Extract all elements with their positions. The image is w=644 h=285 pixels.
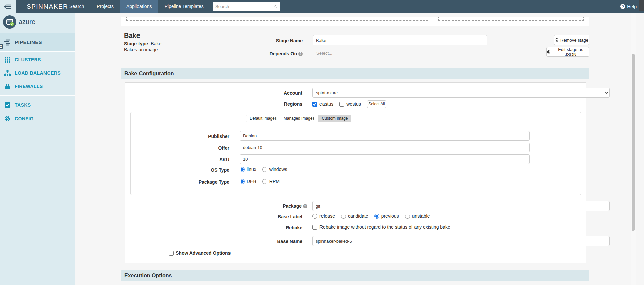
show-advanced-label[interactable]: Show Advanced Options — [176, 250, 231, 256]
nav-item-applications[interactable]: Applications — [120, 0, 158, 13]
os-radio-windows[interactable] — [262, 167, 267, 172]
os-label-linux[interactable]: linux — [247, 167, 256, 172]
sidebar-divider — [0, 95, 75, 96]
depends-on-select[interactable]: Select... — [313, 48, 474, 58]
base-label-label: Base Label — [236, 214, 302, 219]
app-sidebar: azure 2 PIPELINES CLUSTERS — [0, 13, 75, 285]
base-label-previous[interactable]: previous — [381, 213, 399, 219]
region-label-eastus[interactable]: eastus — [319, 101, 333, 107]
bake-configuration-card: Account splat-azure Regions eastus westu… — [125, 82, 586, 263]
select-all-regions-button[interactable]: Select All — [367, 100, 386, 108]
scrollbar-thumb[interactable] — [632, 54, 635, 231]
base-label-unstable[interactable]: unstable — [412, 213, 430, 219]
regions-label: Regions — [236, 101, 302, 107]
rebake-checkbox[interactable] — [312, 225, 317, 230]
package-type-radio-rpm[interactable] — [262, 179, 267, 184]
base-name-input[interactable] — [312, 236, 610, 246]
hamburger-collapse-icon — [4, 3, 12, 10]
spinnaker-logo: SPINNAKER — [27, 0, 68, 13]
package-type-radio-deb[interactable] — [240, 179, 245, 184]
sidebar-item-load-balancers[interactable]: LOAD BALANCERS — [0, 66, 75, 80]
regions-options: eastus westus Select All — [312, 100, 386, 108]
bake-configuration-header: Bake Configuration — [121, 68, 589, 79]
stage-drop-target[interactable] — [438, 17, 584, 21]
application-header[interactable]: azure — [0, 13, 75, 33]
tasks-label: TASKS — [15, 102, 31, 108]
package-input[interactable] — [312, 201, 610, 211]
show-advanced-checkbox[interactable] — [169, 251, 174, 256]
gear-icon — [547, 50, 551, 54]
base-label-radio-unstable[interactable] — [405, 214, 410, 219]
sidebar-item-firewalls[interactable]: FIREWALLS — [0, 80, 75, 93]
execution-options-header: Execution Options — [121, 270, 589, 281]
base-label-candidate[interactable]: candidate — [348, 213, 368, 219]
sidebar-item-clusters[interactable]: CLUSTERS — [0, 53, 75, 66]
stage-type-line: Stage type: Bake — [124, 41, 161, 46]
search-icon — [274, 4, 277, 9]
package-type-label-rpm[interactable]: RPM — [269, 179, 280, 184]
load-balancers-sitemap-icon — [0, 70, 15, 76]
gear-icon — [0, 116, 15, 122]
search-input[interactable] — [215, 4, 274, 9]
os-type-label: OS Type — [179, 167, 229, 173]
help-link[interactable]: ? Help — [620, 0, 637, 13]
rebake-option: Rebake image without regard to the statu… — [312, 224, 454, 230]
base-label-radio-release[interactable] — [312, 214, 317, 219]
nav-item-search[interactable]: Search — [63, 0, 90, 13]
edit-stage-json-button[interactable]: Edit stage as JSON — [546, 47, 589, 57]
nav-item-projects[interactable]: Projects — [90, 0, 120, 13]
region-checkbox-eastus[interactable] — [312, 102, 317, 107]
sku-input[interactable] — [240, 154, 530, 164]
account-label: Account — [236, 90, 302, 96]
region-checkbox-westus[interactable] — [339, 102, 344, 107]
sidebar-item-config[interactable]: CONFIG — [0, 112, 75, 125]
stage-type-label: Stage type: — [124, 41, 149, 46]
package-type-label: Package Type — [179, 179, 229, 185]
load-balancers-label: LOAD BALANCERS — [15, 70, 61, 76]
help-icon: ? — [620, 4, 625, 9]
base-label-radio-previous[interactable] — [374, 214, 379, 219]
tab-custom-image[interactable]: Custom Image — [318, 115, 351, 122]
tasks-check-icon — [0, 102, 15, 108]
sidebar-divider — [0, 51, 75, 52]
publisher-input[interactable] — [240, 131, 530, 141]
trash-icon — [555, 38, 559, 42]
depends-on-help-icon[interactable]: ? — [298, 52, 303, 56]
rebake-text[interactable]: Rebake image without regard to the statu… — [319, 224, 450, 230]
tab-default-images[interactable]: Default Images — [246, 115, 280, 122]
application-name: azure — [19, 18, 35, 26]
base-label-release[interactable]: release — [319, 213, 335, 219]
check-badge-icon — [10, 22, 14, 26]
stage-drop-target[interactable] — [126, 17, 428, 21]
scrollbar-corner — [639, 0, 644, 11]
publisher-label: Publisher — [179, 134, 229, 139]
stage-type-value: Bake — [151, 41, 161, 46]
offer-input[interactable] — [240, 143, 530, 152]
depends-on-label: Depends On? — [236, 51, 303, 56]
stage-description: Bakes an image — [124, 47, 158, 52]
help-label: Help — [627, 4, 637, 9]
image-source-tabs: Default Images Managed Images Custom Ima… — [246, 115, 351, 122]
stage-title: Bake — [124, 32, 140, 40]
package-help-icon[interactable]: ? — [303, 204, 307, 208]
sidebar-item-pipelines[interactable]: 2 PIPELINES — [0, 33, 75, 51]
account-select[interactable]: splat-azure — [312, 88, 610, 98]
offer-label: Offer — [179, 145, 229, 151]
os-radio-linux[interactable] — [240, 167, 245, 172]
nav-item-pipeline-templates[interactable]: Pipeline Templates — [158, 0, 210, 13]
remove-stage-button[interactable]: Remove stage — [554, 35, 589, 45]
navbar-menu: Search Projects Applications Pipeline Te… — [63, 0, 210, 13]
region-label-westus[interactable]: westus — [346, 101, 361, 107]
show-advanced-option: Show Advanced Options — [169, 250, 235, 256]
collapse-nav-button[interactable] — [0, 0, 16, 13]
package-type-label-deb[interactable]: DEB — [247, 179, 256, 184]
firewalls-label: FIREWALLS — [15, 84, 43, 89]
stage-name-input[interactable] — [313, 35, 487, 45]
package-label: Package? — [236, 203, 307, 209]
base-label-radio-candidate[interactable] — [341, 214, 346, 219]
os-label-windows[interactable]: windows — [269, 167, 287, 172]
tab-managed-images[interactable]: Managed Images — [280, 115, 318, 122]
application-icon — [3, 15, 16, 29]
sidebar-item-tasks[interactable]: TASKS — [0, 98, 75, 112]
global-search-box[interactable] — [213, 2, 280, 11]
